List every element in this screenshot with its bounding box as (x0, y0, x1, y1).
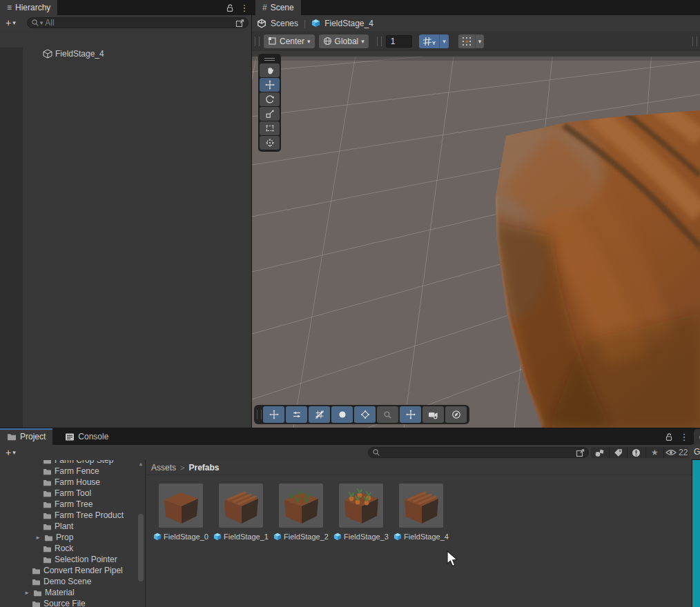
scene-view-options-overlay (254, 405, 469, 424)
asset-item[interactable]: FieldStage_3 (339, 484, 383, 541)
snap-settings-dropdown[interactable]: ▾ (475, 34, 485, 48)
audio-toggle-button[interactable] (354, 406, 376, 423)
fold-arrow-icon[interactable]: ▸ (35, 534, 41, 541)
toolbar-overflow-handle[interactable] (692, 37, 697, 46)
folder-row[interactable]: Farm Tree (0, 499, 145, 510)
gizmos-button[interactable] (400, 406, 421, 423)
tab-project[interactable]: Project (0, 428, 52, 445)
folder-tree-scrollbar[interactable]: ▲ (137, 460, 144, 607)
tab-hierarchy[interactable]: ≡ Hierarchy (0, 0, 57, 15)
grid-size-input[interactable] (386, 35, 412, 48)
hidden-count-toggle[interactable]: 22 (664, 447, 689, 458)
transform-tool-button[interactable] (260, 136, 280, 150)
asset-item[interactable]: FieldStage_0 (159, 484, 203, 541)
folder-row[interactable]: Convert Render Pipel (0, 565, 145, 576)
search-filter-caret-icon: ▾ (40, 19, 43, 26)
lock-icon[interactable] (222, 0, 237, 15)
hierarchy-search-input[interactable]: ▾ All (27, 17, 249, 28)
view-options-button[interactable] (286, 406, 307, 423)
search-button[interactable] (377, 406, 398, 423)
folder-row[interactable]: Selection Pointer (0, 554, 145, 565)
folder-row[interactable]: Source File (0, 598, 145, 607)
breadcrumb-current-prefab[interactable]: FieldStage_4 (324, 19, 373, 28)
kebab-menu-icon[interactable]: ⋮ (237, 0, 251, 15)
folder-row[interactable]: ▸Material (0, 587, 145, 598)
project-folder-tree[interactable]: Farm Crop Step Farm Fence Farm House Far… (0, 460, 145, 607)
overlay-drag-handle[interactable] (260, 55, 280, 63)
create-button[interactable]: + ▾ (3, 17, 19, 28)
partial-tab[interactable] (694, 429, 700, 444)
folder-row[interactable]: Farm House (0, 477, 145, 488)
toolbar-drag-handle[interactable] (255, 37, 260, 46)
grid-visibility-dropdown[interactable]: ▾ (439, 34, 449, 48)
camera-button[interactable] (422, 406, 444, 423)
project-search-input[interactable] (368, 447, 589, 458)
rotate-tool-button[interactable] (260, 92, 280, 106)
move-icon (269, 410, 279, 419)
folder-row[interactable]: Farm Tree Product (0, 510, 145, 521)
hierarchy-tree[interactable]: FieldStage_4 (0, 48, 251, 428)
grid-toggle-button[interactable] (309, 406, 330, 423)
rect-tool-button[interactable] (260, 121, 280, 135)
filter-by-type-icon[interactable] (591, 447, 610, 458)
scene-visibility-button[interactable] (445, 406, 467, 423)
toolbar-drag-handle[interactable] (377, 37, 382, 46)
folder-row[interactable]: ▸Prop (0, 532, 145, 543)
search-filter-bar: ★ 22 (591, 447, 689, 458)
prefab-cube-icon (311, 19, 320, 28)
transform-icon (265, 138, 275, 148)
folder-row[interactable]: Plant (0, 521, 145, 532)
breadcrumb-current-folder[interactable]: Prefabs (188, 463, 219, 472)
fold-arrow-icon[interactable]: ▸ (23, 589, 30, 596)
asset-breadcrumb: Assets > Prefabs (146, 460, 692, 475)
folder-row[interactable]: Rock (0, 543, 145, 554)
folder-row[interactable]: Demo Scene (0, 576, 145, 587)
asset-item[interactable]: FieldStage_1 (219, 484, 263, 541)
console-tab-label: Console (78, 432, 108, 441)
folder-row[interactable]: Farm Fence (0, 466, 145, 477)
project-body: Farm Crop Step Farm Fence Farm House Far… (0, 460, 692, 607)
folder-label: Demo Scene (43, 577, 91, 586)
picker-icon[interactable] (576, 448, 585, 457)
folder-row[interactable]: Farm Crop Step (0, 460, 145, 466)
scale-icon (265, 109, 275, 119)
breadcrumb-assets[interactable]: Assets (151, 463, 176, 472)
folder-label: Farm Fence (55, 466, 99, 476)
move-tool-button[interactable] (260, 78, 280, 92)
pivot-mode-button[interactable]: Center ▾ (264, 34, 315, 48)
breadcrumb-scenes[interactable]: Scenes (271, 19, 298, 28)
scroll-up-icon[interactable]: ▲ (137, 461, 144, 466)
favorites-star-icon[interactable]: ★ (646, 447, 665, 458)
scene-viewport[interactable] (252, 51, 700, 428)
picker-icon[interactable] (235, 19, 244, 28)
overlay-drag-handle[interactable] (257, 410, 262, 419)
tab-scene[interactable]: # Scene (255, 0, 301, 15)
hierarchy-tabstrip: ≡ Hierarchy ⋮ (0, 0, 251, 15)
tree-row-fieldstage[interactable]: FieldStage_4 (0, 48, 251, 59)
lighting-toggle-button[interactable] (331, 406, 353, 423)
asset-item[interactable]: FieldStage_4 (399, 484, 443, 541)
kebab-menu-icon[interactable]: ⋮ (677, 428, 692, 445)
filter-by-label-icon[interactable] (610, 447, 628, 458)
scrollbar-thumb[interactable] (138, 514, 144, 581)
compass-icon (451, 410, 461, 419)
tab-console[interactable]: Console (58, 428, 115, 445)
view-tool-button[interactable] (260, 63, 280, 77)
folder-row[interactable]: Farm Tool (0, 488, 145, 499)
draw-mode-button[interactable] (263, 406, 284, 423)
snap-settings-split-button: ▾ (458, 34, 485, 48)
orientation-button[interactable]: Global ▾ (319, 34, 369, 48)
snap-increment-button[interactable] (458, 34, 475, 48)
scale-tool-button[interactable] (260, 107, 280, 121)
grid-axis-icon (422, 37, 432, 46)
project-content-area[interactable]: Assets > Prefabs FieldStage_0 FieldStage… (146, 460, 692, 607)
create-button[interactable]: + ▾ (4, 447, 17, 458)
alert-icon[interactable] (628, 447, 646, 458)
asset-name: FieldStage_0 (164, 533, 208, 541)
lock-icon[interactable] (661, 428, 677, 445)
adjacent-panel-content[interactable] (692, 460, 700, 607)
hierarchy-gutter (0, 48, 23, 428)
prefab-cube-icon (213, 533, 222, 541)
asset-item[interactable]: FieldStage_2 (279, 484, 323, 541)
grid-visibility-button[interactable]: Y (419, 34, 439, 48)
